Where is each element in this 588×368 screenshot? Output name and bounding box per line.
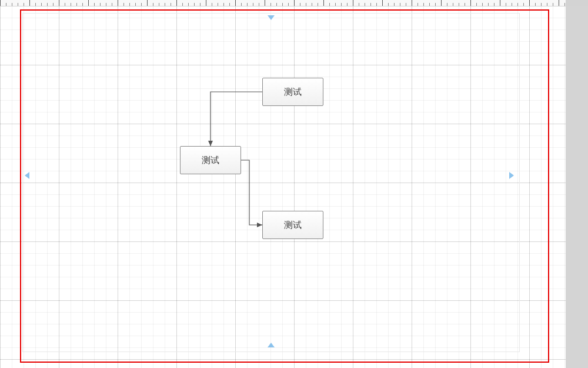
margin-handle-bottom[interactable] <box>268 343 275 347</box>
canvas-area[interactable]: 测试测试测试 <box>0 6 566 368</box>
margin-handle-top[interactable] <box>268 15 275 20</box>
grid-background <box>0 6 566 368</box>
right-gutter <box>566 6 588 368</box>
margin-handle-right[interactable] <box>509 172 514 179</box>
node-label: 测试 <box>284 87 302 98</box>
diagram-node-n2[interactable]: 测试 <box>180 146 241 174</box>
diagram-editor-app: 测试测试测试 <box>0 0 588 368</box>
diagram-node-n1[interactable]: 测试 <box>262 78 323 106</box>
margin-handle-left[interactable] <box>25 172 29 179</box>
node-label: 测试 <box>284 220 302 231</box>
diagram-node-n3[interactable]: 测试 <box>262 211 323 239</box>
node-label: 测试 <box>202 155 219 166</box>
